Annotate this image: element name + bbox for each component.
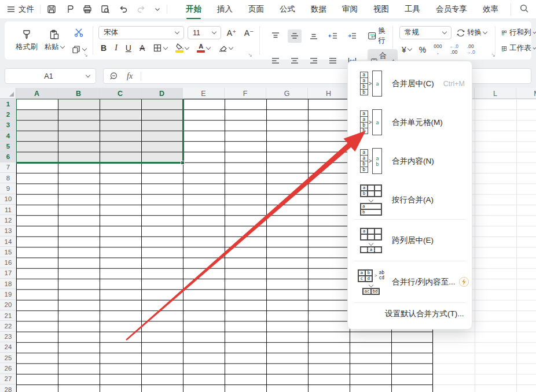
save-button[interactable] bbox=[46, 4, 57, 14]
font-size-select[interactable]: 11 bbox=[188, 26, 221, 39]
row-header[interactable]: 9 bbox=[0, 183, 16, 194]
underline-button[interactable]: U bbox=[126, 43, 131, 53]
column-header[interactable]: D bbox=[141, 88, 183, 99]
row-header[interactable]: 25 bbox=[0, 353, 16, 363]
fill-handle[interactable] bbox=[181, 161, 185, 165]
row-header[interactable]: 13 bbox=[0, 226, 16, 236]
row-header[interactable]: 11 bbox=[0, 205, 16, 215]
menu-item-merge-by-row[interactable]: ab ab 按行合并(A) bbox=[348, 180, 472, 219]
row-header[interactable]: 26 bbox=[0, 363, 16, 373]
align-middle-button[interactable] bbox=[288, 29, 302, 43]
column-header[interactable]: H bbox=[308, 88, 350, 99]
italic-button[interactable]: I bbox=[115, 43, 118, 53]
decrease-indent-button[interactable] bbox=[326, 29, 340, 43]
tab-member[interactable]: 会员专享 bbox=[436, 4, 467, 14]
increase-font-button[interactable]: A⁺ bbox=[225, 26, 238, 39]
format-painter-button[interactable]: 格式刷 bbox=[16, 29, 38, 52]
tab-review[interactable]: 审阅 bbox=[342, 4, 358, 14]
row-header[interactable]: 1 bbox=[0, 99, 16, 109]
row-header[interactable]: 24 bbox=[0, 342, 16, 353]
row-header[interactable]: 18 bbox=[0, 279, 16, 289]
tab-data[interactable]: 数据 bbox=[311, 4, 326, 14]
column-header[interactable]: M bbox=[516, 88, 536, 99]
tab-tools[interactable]: 工具 bbox=[405, 4, 420, 14]
menu-item-merge-center[interactable]: aabb > a 合并居中(C) Ctrl+M bbox=[348, 64, 472, 103]
font-color-button[interactable]: A bbox=[197, 43, 210, 53]
strikethrough-button[interactable]: A bbox=[139, 43, 145, 53]
row-header[interactable]: 19 bbox=[0, 289, 16, 299]
fill-color-button[interactable] bbox=[175, 43, 189, 53]
row-header[interactable]: 23 bbox=[0, 332, 16, 342]
print-preview-button[interactable] bbox=[100, 4, 111, 14]
row-header[interactable]: 2 bbox=[0, 109, 16, 120]
row-header[interactable]: 4 bbox=[0, 131, 16, 141]
column-header[interactable]: L bbox=[475, 88, 516, 99]
row-header[interactable]: 22 bbox=[0, 321, 16, 331]
group-expand-icon[interactable]: ↘ bbox=[491, 52, 495, 58]
currency-button[interactable]: ¥ bbox=[402, 45, 412, 54]
row-header[interactable]: 27 bbox=[0, 374, 16, 384]
align-top-button[interactable] bbox=[269, 29, 282, 43]
increase-indent-button[interactable] bbox=[345, 29, 359, 43]
row-header[interactable]: 6 bbox=[0, 151, 16, 162]
row-header[interactable]: 16 bbox=[0, 257, 16, 268]
tab-home[interactable]: 开始 bbox=[186, 4, 201, 14]
convert-button[interactable]: 转换 bbox=[456, 28, 487, 38]
menu-item-merge-cells[interactable]: aabb > a 合并单元格(M) bbox=[348, 103, 472, 142]
row-header[interactable]: 20 bbox=[0, 300, 16, 310]
column-header[interactable]: C bbox=[100, 88, 141, 99]
row-header[interactable]: 7 bbox=[0, 162, 16, 173]
menu-item-center-across[interactable]: a a 跨列居中(E) bbox=[348, 220, 472, 261]
print-button[interactable] bbox=[82, 4, 93, 14]
decrease-font-button[interactable]: A⁻ bbox=[242, 26, 256, 39]
thousands-button[interactable]: 000, bbox=[434, 44, 442, 56]
redo-button[interactable] bbox=[136, 4, 146, 14]
fx-icon[interactable]: fx bbox=[127, 72, 133, 81]
column-header[interactable]: B bbox=[58, 88, 100, 99]
row-header[interactable]: 3 bbox=[0, 120, 16, 131]
menu-item-merge-content[interactable]: aabb > ab 合并内容(N) bbox=[348, 142, 472, 180]
menu-item-merge-rc-content[interactable]: abcd > abcd acbd 合并行/列内容至... bbox=[348, 261, 472, 302]
bold-button[interactable]: B bbox=[101, 43, 107, 53]
name-box[interactable]: A1 bbox=[5, 68, 96, 84]
tab-insert[interactable]: 插入 bbox=[217, 4, 233, 14]
column-header[interactable]: G bbox=[266, 88, 308, 99]
quickbar-more-button[interactable] bbox=[154, 6, 161, 13]
paste-button[interactable]: 粘贴 bbox=[45, 29, 64, 52]
increase-decimal-button[interactable]: .00→.0 bbox=[466, 44, 475, 56]
tab-efficiency[interactable]: 效率 bbox=[483, 4, 498, 14]
tab-page[interactable]: 页面 bbox=[248, 4, 264, 14]
wrap-text-button[interactable]: 换行 bbox=[368, 26, 391, 46]
row-header[interactable]: 21 bbox=[0, 310, 16, 321]
align-bottom-button[interactable] bbox=[307, 29, 321, 43]
row-header[interactable]: 8 bbox=[0, 173, 16, 183]
rows-cols-button[interactable]: 行和列 bbox=[501, 28, 536, 38]
column-header[interactable]: A bbox=[16, 88, 58, 99]
search-button[interactable] bbox=[511, 3, 529, 16]
menu-item-set-default-merge[interactable]: 设置默认合并方式(T)... bbox=[348, 303, 472, 325]
worksheet-button[interactable]: 工作表 bbox=[501, 43, 536, 53]
active-cell-a1[interactable] bbox=[16, 99, 58, 109]
borders-button[interactable] bbox=[153, 43, 167, 53]
column-header[interactable]: E bbox=[183, 88, 225, 99]
font-family-select[interactable]: 宋体 bbox=[98, 26, 184, 39]
row-header[interactable]: 14 bbox=[0, 236, 16, 247]
row-header[interactable]: 15 bbox=[0, 247, 16, 257]
eraser-button[interactable] bbox=[218, 44, 233, 52]
undo-button[interactable] bbox=[118, 4, 129, 14]
file-menu-button[interactable]: 文件 bbox=[7, 4, 34, 14]
number-format-select[interactable]: 常规 bbox=[399, 26, 451, 39]
group-expand-icon[interactable]: ↘ bbox=[83, 52, 88, 58]
percent-button[interactable]: % bbox=[419, 45, 426, 54]
row-header[interactable]: 10 bbox=[0, 194, 16, 205]
tab-formula[interactable]: 公式 bbox=[280, 4, 295, 14]
row-header[interactable]: 28 bbox=[0, 384, 16, 392]
select-all-corner[interactable] bbox=[0, 88, 16, 99]
row-header[interactable]: 17 bbox=[0, 268, 16, 279]
row-header[interactable]: 5 bbox=[0, 141, 16, 151]
row-header[interactable]: 12 bbox=[0, 215, 16, 225]
group-expand-icon[interactable]: ↘ bbox=[248, 52, 252, 58]
column-header[interactable]: F bbox=[225, 88, 266, 99]
export-button[interactable] bbox=[64, 4, 75, 14]
cut-button[interactable] bbox=[74, 27, 84, 40]
